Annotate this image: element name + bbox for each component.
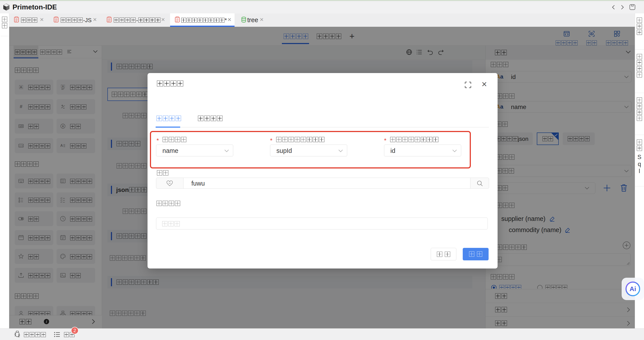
svg-text:Ai: Ai bbox=[630, 285, 636, 292]
